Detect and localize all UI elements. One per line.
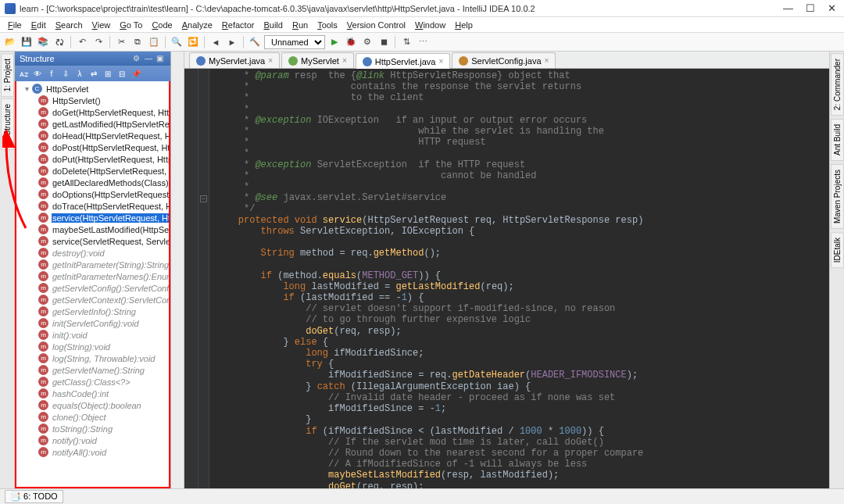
paste-icon[interactable]: 📋 [147,35,161,49]
maximize-button[interactable]: ☐ [806,2,815,14]
close-tab-icon[interactable]: × [438,57,443,66]
ant-toolwindow-tab[interactable]: Ant Build [831,119,844,161]
menu-run[interactable]: Run [288,19,313,31]
structure-item[interactable]: mgetServletInfo():String [16,306,169,317]
structure-item[interactable]: mgetInitParameterNames():Enumeration [16,270,169,282]
close-tab-icon[interactable]: × [268,56,273,65]
save-icon[interactable]: 💾 [20,35,34,49]
structure-item[interactable]: mgetServletName():String [16,364,169,376]
menu-view[interactable]: View [88,19,116,31]
structure-item[interactable]: mHttpServlet() [16,95,169,106]
cut-icon[interactable]: ✂ [114,35,128,49]
minimize-panel-icon[interactable]: — [145,54,154,63]
structure-item[interactable]: mgetInitParameter(String):String [16,259,169,270]
editor-tab[interactable]: MyServlet.java× [189,52,280,68]
fold-marker-icon[interactable]: − [200,195,207,202]
forward-icon[interactable]: ► [225,35,239,49]
structure-item[interactable]: mdoOptions(HttpServletRequest, HttpServl… [16,188,169,200]
close-button[interactable]: ✕ [828,2,836,14]
structure-item[interactable]: mlog(String, Throwable):void [16,352,169,364]
structure-item[interactable]: mmaybeSetLastModified(HttpServletRespons… [16,223,169,235]
open-icon[interactable]: 📂 [3,35,17,49]
structure-item[interactable]: mtoString():String [16,423,169,434]
tree-root[interactable]: ▾ C HttpServlet [16,83,169,95]
structure-item[interactable]: mdoPost(HttpServletRequest, HttpServletR… [16,141,169,153]
structure-item[interactable]: mdoGet(HttpServletRequest, HttpServletRe… [16,106,169,118]
menu-file[interactable]: File [3,19,27,31]
menu-refactor[interactable]: Refactor [217,19,259,31]
show-anonymous-icon[interactable]: λ [73,67,86,80]
find-icon[interactable]: 🔍 [170,35,184,49]
structure-item[interactable]: mgetAllDeclaredMethods(Class) [16,177,169,188]
structure-item[interactable]: mclone():Object [16,411,169,423]
editor-tab[interactable]: HttpServlet.java× [356,53,451,69]
structure-item[interactable]: mequals(Object):boolean [16,399,169,411]
project-toolwindow-tab[interactable]: 1: Project [1,53,14,97]
structure-item[interactable]: mgetServletContext():ServletContext [16,294,169,306]
structure-item[interactable]: mdestroy():void [16,247,169,259]
show-fields-icon[interactable]: f [45,67,58,80]
show-inherited-icon[interactable]: ⇩ [59,67,72,80]
structure-item[interactable]: mdoHead(HttpServletRequest, HttpServletR… [16,130,169,141]
splitter[interactable] [171,52,184,488]
structure-item[interactable]: mdoPut(HttpServletRequest, HttpServletRe… [16,153,169,165]
idetalk-toolwindow-tab[interactable]: IDEtalk [831,232,844,268]
structure-item[interactable]: minit():void [16,329,169,341]
structure-item[interactable]: mgetClass():Class<?> [16,376,169,388]
structure-item[interactable]: mgetLastModified(HttpServletRequest) [16,118,169,130]
menu-build[interactable]: Build [259,19,287,31]
menu-analyze[interactable]: Analyze [177,19,217,31]
more-icon[interactable]: ⋯ [416,35,430,49]
expand-icon[interactable]: ⊞ [102,67,114,80]
collapse-icon[interactable]: ⊟ [116,67,128,80]
code-content[interactable]: * @param resp the {@link HttpServletResp… [209,69,829,488]
structure-item[interactable]: mgetServletConfig():ServletConfig [16,282,169,294]
structure-item[interactable]: mlog(String):void [16,341,169,352]
menu-edit[interactable]: Edit [27,19,51,31]
structure-item[interactable]: mhashCode():int [16,388,169,399]
menu-search[interactable]: Search [51,19,88,31]
structure-item[interactable]: mservice(HttpServletRequest, HttpServlet… [16,212,169,223]
structure-item[interactable]: mservice(ServletRequest, ServletResponse… [16,235,169,247]
save-all-icon[interactable]: 📚 [36,35,50,49]
sort-alpha-icon[interactable]: ᴀᴢ [17,67,30,80]
autoscroll-icon[interactable]: ⇄ [88,67,100,80]
hide-panel-icon[interactable]: ▣ [156,54,166,63]
make-icon[interactable]: 🔨 [248,35,262,49]
redo-icon[interactable]: ↷ [91,35,106,49]
gear-icon[interactable]: ⚙ [133,54,142,63]
todo-toolwindow-tab[interactable]: 📑 6: TODO [5,490,63,503]
close-tab-icon[interactable]: × [545,56,549,65]
run-icon[interactable]: ▶ [327,35,342,49]
sort-visibility-icon[interactable]: 👁 [31,67,44,80]
run-config-select[interactable]: Unnamed [264,35,325,49]
debug-icon[interactable]: 🐞 [344,35,358,49]
code-editor[interactable]: − * @param resp the {@link HttpServletRe… [184,69,829,488]
menu-version-control[interactable]: Version Control [342,19,410,31]
menu-tools[interactable]: Tools [313,19,342,31]
close-tab-icon[interactable]: × [342,56,347,65]
vcs-icon[interactable]: ⇅ [399,35,413,49]
menu-code[interactable]: Code [147,19,177,31]
structure-toolwindow-tab[interactable]: 7: Structure [1,98,14,150]
commander-toolwindow-tab[interactable]: 2: Commander [831,53,844,116]
structure-item[interactable]: mdoDelete(HttpServletRequest, HttpServle… [16,165,169,177]
structure-item[interactable]: mdoTrace(HttpServletRequest, HttpServlet… [16,200,169,212]
back-icon[interactable]: ◄ [209,35,223,49]
structure-tree[interactable]: ▾ C HttpServlet mHttpServlet()mdoGet(Htt… [15,81,170,488]
editor-tab[interactable]: ServletConfig.java× [452,52,556,68]
structure-item[interactable]: mnotifyAll():void [16,446,169,458]
sync-icon[interactable]: 🗘 [52,35,66,49]
replace-icon[interactable]: 🔁 [186,35,200,49]
menu-go-to[interactable]: Go To [115,19,147,31]
maven-toolwindow-tab[interactable]: Maven Projects [831,164,844,229]
menu-help[interactable]: Help [450,19,477,31]
menu-window[interactable]: Window [410,19,450,31]
structure-item[interactable]: mnotify():void [16,434,169,446]
pin-icon[interactable]: 📌 [130,67,142,80]
stop-icon[interactable]: ◼ [377,35,391,49]
structure-item[interactable]: minit(ServletConfig):void [16,317,169,329]
attach-icon[interactable]: ⚙ [360,35,374,49]
minimize-button[interactable]: — [783,2,793,14]
undo-icon[interactable]: ↶ [75,35,89,49]
